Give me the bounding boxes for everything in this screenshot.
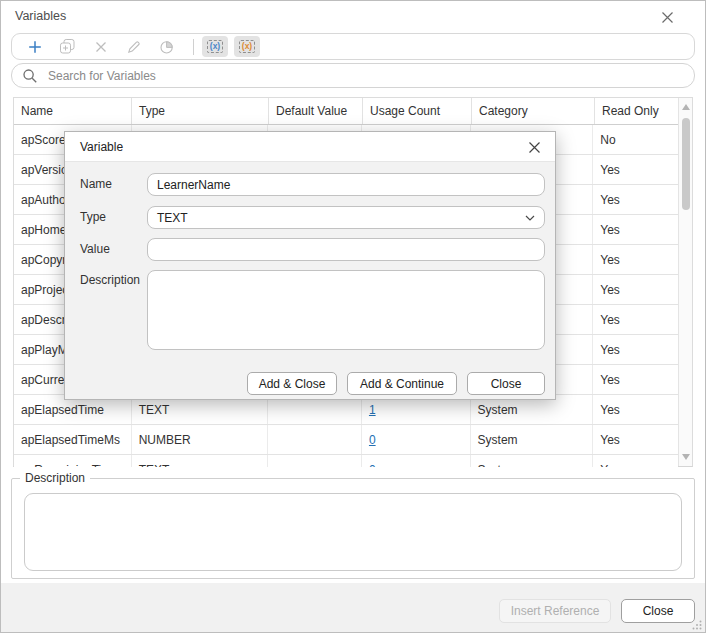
cell-name: apRemainingTime — [14, 455, 132, 467]
delete-icon — [94, 40, 108, 54]
dialog-close-action-button[interactable]: Close — [467, 372, 545, 395]
variable-type-select[interactable]: TEXT — [147, 206, 545, 229]
footer-close-button[interactable]: Close — [621, 599, 695, 623]
search-input[interactable] — [46, 68, 684, 84]
cell-category: System — [471, 425, 594, 454]
insert-reference-button[interactable]: Insert Reference — [499, 599, 611, 623]
dialog-titlebar: Variable — [65, 132, 555, 162]
resize-grip-icon[interactable] — [692, 620, 702, 630]
add-and-continue-button[interactable]: Add & Continue — [347, 372, 457, 395]
cell-read-only: Yes — [593, 335, 678, 364]
pencil-icon — [126, 39, 142, 55]
dialog-title: Variable — [80, 140, 123, 154]
window-title: Variables — [15, 9, 66, 23]
toggle-system-variables-blue[interactable]: (x) — [202, 36, 228, 57]
table-scrollbar[interactable] — [678, 98, 692, 466]
table-row[interactable]: apElapsedTimeMs NUMBER 0 System Yes — [14, 425, 678, 455]
add-and-close-button[interactable]: Add & Close — [247, 372, 337, 395]
description-groupbox: Description — [11, 471, 695, 579]
cell-read-only: Yes — [593, 155, 678, 184]
variables-window: Variables (x) (x) — [0, 0, 706, 633]
column-header-default-value[interactable]: Default Value — [269, 98, 363, 124]
variables-toolbar: (x) (x) — [11, 33, 695, 60]
usage-count-link[interactable]: 0 — [369, 463, 376, 467]
column-header-category[interactable]: Category — [472, 98, 595, 124]
description-textarea[interactable] — [24, 493, 682, 571]
toolbar-separator — [193, 39, 194, 55]
dialog-close-button[interactable] — [526, 139, 543, 156]
window-close-button[interactable] — [658, 8, 676, 26]
search-icon — [22, 68, 38, 84]
usage-count-link[interactable]: 0 — [369, 433, 376, 447]
chevron-down-icon — [525, 215, 535, 221]
close-icon — [528, 141, 541, 154]
cell-type: TEXT — [132, 455, 269, 467]
usage-count-link[interactable]: 1 — [369, 403, 376, 417]
type-selected-value: TEXT — [157, 211, 525, 225]
scroll-down-icon[interactable] — [682, 454, 690, 460]
close-icon — [661, 11, 674, 24]
cell-read-only: Yes — [593, 245, 678, 274]
cell-read-only: Yes — [593, 455, 678, 467]
cell-usage-count: 0 — [362, 455, 471, 467]
variable-x-orange-icon: (x) — [239, 40, 255, 53]
type-label: Type — [80, 210, 106, 224]
scroll-up-icon[interactable] — [682, 104, 690, 110]
column-header-usage-count[interactable]: Usage Count — [363, 98, 472, 124]
cell-read-only: Yes — [593, 185, 678, 214]
search-box — [11, 63, 695, 88]
cell-read-only: Yes — [593, 365, 678, 394]
column-header-name[interactable]: Name — [14, 98, 132, 124]
cell-read-only: Yes — [593, 305, 678, 334]
edit-variable-button[interactable] — [125, 38, 142, 55]
cell-read-only: Yes — [593, 215, 678, 244]
cell-default-value — [268, 425, 362, 454]
cell-usage-count: 0 — [362, 425, 471, 454]
cell-type: NUMBER — [132, 425, 269, 454]
duplicate-icon — [59, 38, 76, 55]
cell-read-only: Yes — [593, 275, 678, 304]
cell-default-value — [268, 455, 362, 467]
variable-description-textarea[interactable] — [147, 270, 545, 350]
footer-bar: Insert Reference Close — [1, 583, 705, 633]
variable-value-input[interactable] — [147, 238, 545, 261]
delete-variable-button[interactable] — [92, 38, 109, 55]
cell-category: System — [471, 455, 594, 467]
pie-chart-icon — [159, 39, 175, 55]
variable-dialog: Variable Name Type TEXT Value Descriptio… — [64, 131, 556, 400]
cell-read-only: Yes — [593, 425, 678, 454]
variable-x-blue-icon: (x) — [207, 40, 223, 53]
toggle-system-variables-orange[interactable]: (x) — [234, 36, 260, 57]
description-legend: Description — [20, 471, 90, 485]
cell-read-only: No — [593, 125, 678, 154]
duplicate-variable-button[interactable] — [59, 38, 76, 55]
add-variable-button[interactable] — [26, 38, 43, 55]
table-row[interactable]: apRemainingTime TEXT 0 System Yes — [14, 455, 678, 467]
window-titlebar: Variables — [1, 1, 705, 31]
scrollbar-thumb[interactable] — [682, 118, 690, 210]
dialog-description-label: Description — [80, 273, 140, 287]
column-header-read-only[interactable]: Read Only — [595, 98, 680, 124]
usage-report-button[interactable] — [158, 38, 175, 55]
cell-read-only: Yes — [593, 395, 678, 424]
name-label: Name — [80, 177, 112, 191]
plus-icon — [27, 39, 43, 55]
variable-name-input[interactable] — [147, 173, 545, 196]
value-label: Value — [80, 242, 110, 256]
column-header-type[interactable]: Type — [132, 98, 269, 124]
cell-name: apElapsedTimeMs — [14, 425, 132, 454]
table-header: Name Type Default Value Usage Count Cate… — [14, 98, 692, 125]
